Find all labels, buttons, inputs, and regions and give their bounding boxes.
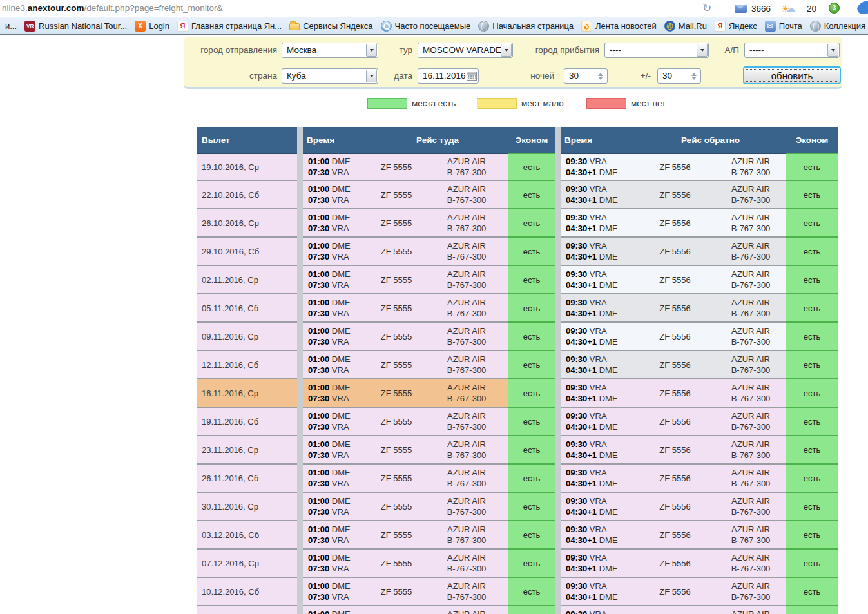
bookmark-item[interactable]: Login	[131, 19, 173, 33]
date-input[interactable]: 16.11.2016	[418, 68, 479, 84]
outbound-econom-cell: есть	[508, 463, 555, 492]
chevron-down-icon[interactable]	[366, 44, 377, 57]
bookmark-item[interactable]: Russian National Tour...	[21, 19, 131, 33]
outbound-time-cell: 01:00 DME07:30 VRA	[303, 435, 367, 463]
bookmark-item[interactable]: Лента новостей	[577, 19, 661, 33]
extension-icon[interactable]	[856, 0, 868, 15]
tour-select[interactable]: MOSCOW VARADER	[418, 43, 513, 58]
time-value: 01:00	[308, 609, 329, 614]
airport-select[interactable]: -----	[744, 43, 840, 58]
outbound-aircraft-cell: AZUR AIRB-767-300	[425, 153, 508, 180]
refresh-button[interactable]: обновить	[743, 66, 841, 84]
stepper-arrows-icon[interactable]	[595, 69, 606, 83]
table-body: 19.10.2016, Ср01:00 DME07:30 VRAZF 5555A…	[197, 153, 838, 614]
notification-badge[interactable]: 3	[829, 3, 840, 14]
nights-stepper[interactable]: 30	[564, 68, 608, 84]
bookmark-item[interactable]: Mail.Ru	[661, 19, 711, 33]
weather-icon[interactable]: ☀☁	[781, 0, 796, 17]
yandex-icon	[177, 21, 188, 32]
plus-minus-stepper[interactable]: 30	[657, 68, 701, 84]
flight-time-line: 09:30 VRA	[566, 212, 635, 223]
time-value: 01:00	[308, 411, 329, 421]
flight-time-line: 07:30 VRA	[308, 563, 367, 574]
outbound-econom-cell-text: есть	[523, 586, 540, 597]
arrival-city-select[interactable]: ----	[604, 43, 709, 58]
outbound-time-cell: 01:00 DME07:30 VRA	[303, 321, 367, 350]
return-flight-number-cell-text: ZF 5556	[659, 246, 690, 257]
outbound-econom-cell: есть	[508, 293, 555, 321]
bookmark-label: Russian National Tour...	[39, 21, 127, 31]
bookmark-item[interactable]: Главная страница Ян...	[173, 19, 285, 33]
outbound-flight-number-cell: ZF 5555	[367, 407, 425, 435]
departure-date-cell: 10.12.2016, Сб	[197, 577, 297, 605]
return-econom-cell: есть	[786, 520, 838, 548]
outbound-flight-number-cell: ZF 5555	[367, 265, 425, 293]
bookmark-label: Часто посещаемые	[395, 21, 471, 31]
outbound-flight-number-cell-text: ZF 5555	[381, 303, 412, 314]
airport-label: А/П	[699, 45, 739, 55]
outbound-flight-number-cell: ZF 5555	[367, 293, 425, 321]
table-row: 12.11.2016, Сб01:00 DME07:30 VRAZF 5555A…	[197, 350, 838, 378]
bookmark-item[interactable]: Коллекция веб-фраг.	[806, 19, 868, 33]
airline-name: AZUR AIR	[731, 580, 770, 591]
airline-name: AZUR AIR	[731, 156, 770, 167]
stepper-arrows-icon[interactable]	[689, 69, 699, 83]
chevron-down-icon[interactable]	[501, 44, 512, 57]
outbound-flight-number-cell: ZF 5555	[367, 605, 425, 614]
time-value: 07:30	[308, 224, 329, 233]
outbound-econom-cell-text: есть	[523, 530, 540, 541]
flight-time-line: 07:30 VRA	[308, 506, 367, 517]
flight-time-line: 01:00 DME	[308, 609, 367, 614]
legend-few-swatch	[477, 98, 517, 109]
bookmark-item[interactable]: и...	[1, 19, 21, 33]
bookmark-item[interactable]: Начальная страница	[474, 19, 577, 33]
return-econom-cell-text: есть	[804, 360, 820, 370]
bookmark-item[interactable]: Почта	[761, 19, 806, 33]
outbound-econom-cell: есть	[508, 208, 555, 236]
bookmark-item[interactable]: Яндекс	[711, 19, 761, 33]
mail-icon[interactable]	[735, 5, 747, 13]
aircraft-type: B-767-300	[447, 591, 487, 602]
legend-none-label: мест нет	[631, 99, 666, 108]
time-value: 04:30+1	[566, 394, 597, 403]
outbound-time-cell: 01:00 DME07:30 VRA	[303, 548, 367, 577]
folder-icon	[289, 23, 300, 30]
departure-date-cell: 03.12.2016, Сб	[197, 520, 297, 548]
airline-name: AZUR AIR	[731, 297, 770, 308]
flight-time-line: 07:30 VRA	[308, 308, 367, 319]
outbound-flight-number-cell-text: ZF 5555	[381, 218, 412, 229]
calendar-icon[interactable]	[467, 71, 477, 84]
return-flight-number-cell: ZF 5556	[635, 407, 715, 435]
bookmark-item[interactable]: Часто посещаемые	[377, 19, 475, 33]
country-select[interactable]: Куба	[282, 68, 378, 84]
airline-name: AZUR AIR	[447, 269, 486, 280]
return-flight-number-cell: ZF 5556	[635, 350, 715, 378]
flight-time-line: 04:30+1 DME	[566, 251, 635, 262]
airline-name: AZUR AIR	[731, 240, 770, 251]
section-divider	[297, 463, 303, 492]
return-econom-cell-text: есть	[804, 303, 820, 314]
reload-icon[interactable]: ↻	[702, 1, 711, 15]
section-divider	[297, 492, 303, 520]
departure-city-select[interactable]: Москва	[282, 43, 378, 58]
address-bar[interactable]: nline3.anextour.com/default.php?page=fre…	[2, 0, 223, 17]
flight-time-line: 01:00 DME	[308, 439, 367, 450]
outbound-econom-cell: есть	[508, 265, 555, 293]
section-divider	[555, 407, 561, 435]
chevron-down-icon[interactable]	[366, 70, 377, 82]
aircraft-type: B-767-300	[447, 365, 487, 376]
return-econom-cell-text: есть	[804, 586, 820, 597]
departure-date-cell: 26.11.2016, Сб	[197, 463, 297, 492]
outbound-flight-number-cell-text: ZF 5555	[381, 501, 412, 512]
flight-time-line: 09:30 VRA	[566, 439, 635, 450]
outbound-flight-number-cell: ZF 5555	[367, 378, 425, 407]
outbound-time-cell: 01:00 DME07:30 VRA	[303, 520, 367, 548]
departure-date: 16.11.2016, Ср	[202, 388, 297, 399]
departure-date-cell: 07.12.2016, Ср	[197, 548, 297, 577]
time-value: 09:30	[566, 269, 587, 279]
return-flight-number-cell: ZF 5556	[635, 492, 715, 520]
chevron-down-icon[interactable]	[827, 44, 838, 57]
bookmark-item[interactable]: Сервисы Яндекса	[285, 19, 376, 33]
section-divider	[297, 605, 303, 614]
time-value: 04:30+1	[566, 450, 597, 460]
